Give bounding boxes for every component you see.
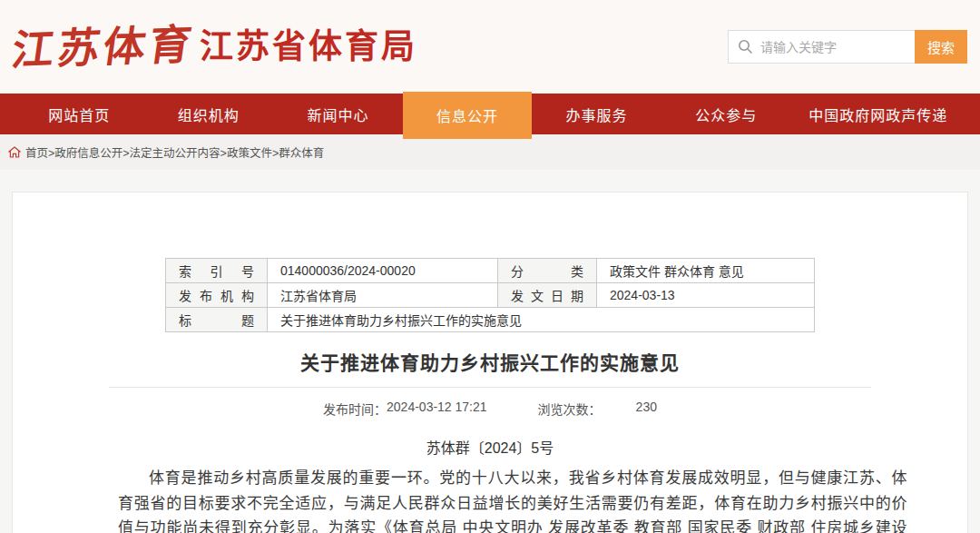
issue-date-label: 发文日期 xyxy=(498,283,597,308)
views-value: 230 xyxy=(636,400,657,418)
home-icon xyxy=(8,146,21,158)
main-nav: 网站首页 组织机构 新闻中心 信息公开 办事服务 公众参与 中国政府网政声传递 xyxy=(0,94,980,134)
search-box[interactable] xyxy=(728,30,915,64)
agency-label: 发布机构 xyxy=(166,283,268,308)
nav-item-participation[interactable]: 公众参与 xyxy=(662,94,791,134)
nav-item-organization[interactable]: 组织机构 xyxy=(144,94,274,134)
search-input[interactable] xyxy=(760,40,906,54)
doc-info-table: 索引号 014000036/2024-00020 分类 政策文件 群众体育 意见… xyxy=(165,258,815,332)
category-value: 政策文件 群众体育 意见 xyxy=(597,259,815,283)
index-number-label: 索引号 xyxy=(166,259,268,283)
views-label: 浏览次数： xyxy=(538,400,602,418)
content-card: 索引号 014000036/2024-00020 分类 政策文件 群众体育 意见… xyxy=(12,192,968,533)
breadcrumb: 首页>政府信息公开>法定主动公开内容>政策文件>群众体育 xyxy=(0,134,980,170)
table-row: 标题 关于推进体育助力乡村振兴工作的实施意见 xyxy=(166,308,815,332)
nav-item-news[interactable]: 新闻中心 xyxy=(273,94,403,134)
site-logo[interactable]: 江苏体育 江苏省体育局 xyxy=(13,26,417,68)
article-paragraph: 体育是推动乡村高质量发展的重要一环。党的十八大以来，我省乡村体育发展成效明显，但… xyxy=(118,466,907,533)
table-row: 发布机构 江苏省体育局 发文日期 2024-03-13 xyxy=(166,283,815,308)
search-bar: 搜索 xyxy=(728,30,967,64)
category-label: 分类 xyxy=(498,259,597,283)
doc-title-value: 关于推进体育助力乡村振兴工作的实施意见 xyxy=(268,308,815,332)
agency-value: 江苏省体育局 xyxy=(268,283,498,308)
breadcrumb-path[interactable]: 首页>政府信息公开>法定主动公开内容>政策文件>群众体育 xyxy=(25,143,324,161)
search-button[interactable]: 搜索 xyxy=(915,30,967,64)
publish-time-label: 发布时间： xyxy=(323,400,387,418)
nav-item-services[interactable]: 办事服务 xyxy=(532,94,662,134)
nav-item-home[interactable]: 网站首页 xyxy=(15,94,144,134)
article-title: 关于推进体育助力乡村振兴工作的实施意见 xyxy=(13,348,967,375)
search-icon xyxy=(738,39,753,54)
site-header: 江苏体育 江苏省体育局 搜索 xyxy=(0,0,980,94)
publish-time-value: 2024-03-12 17:21 xyxy=(387,400,487,418)
index-number-value: 014000036/2024-00020 xyxy=(268,259,498,283)
table-row: 索引号 014000036/2024-00020 分类 政策文件 群众体育 意见 xyxy=(166,259,815,283)
issue-date-value: 2024-03-13 xyxy=(597,283,815,308)
site-title: 江苏省体育局 xyxy=(200,30,417,64)
document-number: 苏体群〔2024〕5号 xyxy=(13,436,967,458)
doc-title-label: 标题 xyxy=(166,308,268,332)
article-meta: 发布时间： 2024-03-12 17:21 浏览次数： 230 xyxy=(109,387,871,418)
nav-item-gov-news[interactable]: 中国政府网政声传递 xyxy=(790,94,965,134)
nav-item-info-disclosure[interactable]: 信息公开 xyxy=(403,92,533,139)
logo-calligraphy-icon: 江苏体育 xyxy=(9,23,198,71)
